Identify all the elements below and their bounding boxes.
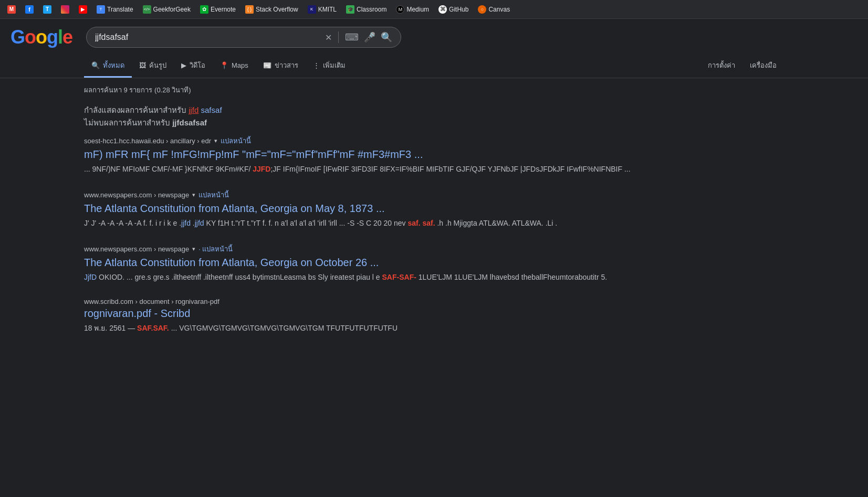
tab-maps-label: Maps — [232, 61, 248, 69]
tab-all[interactable]: 🔍 ทั้งหมด — [84, 55, 132, 78]
bookmark-instagram[interactable] — [58, 4, 72, 15]
bookmark-translate-label: Translate — [107, 6, 133, 13]
bookmark-youtube[interactable]: ▶ — [76, 4, 90, 15]
bookmark-facebook[interactable]: f — [22, 4, 37, 15]
medium-icon: M — [396, 5, 404, 14]
did-you-mean: กำลังแสดงผลการค้นหาสำหรับ jjfd safsaf ไม… — [84, 104, 784, 129]
snippet-highlight: JjfD — [84, 273, 97, 281]
bookmark-evernote[interactable]: ✿ Evernote — [197, 4, 239, 15]
snippet-highlight-red: SAF-SAF- — [382, 273, 416, 281]
tab-images-label: ค้นรูป — [149, 60, 166, 71]
result-snippet: JjfD OKIOD. ... gre.s gre.s .iltheetnff … — [84, 271, 784, 283]
translate-icon: T — [97, 5, 105, 14]
twitter-icon: T — [43, 5, 51, 14]
facebook-icon: f — [25, 5, 34, 14]
bookmark-classroom[interactable]: 🎓 Classroom — [343, 4, 390, 15]
no-results-query: jjfdsafsaf — [172, 118, 207, 127]
bookmarks-bar: M f T ▶ T Translate </> GeekforGeek ✿ Ev… — [0, 0, 868, 19]
search-bar[interactable]: jjfdsafsaf ✕ ⌨ 🎤 🔍 — [86, 27, 401, 48]
result-url-arrow[interactable]: ▾ — [192, 246, 195, 252]
bookmark-translate[interactable]: T Translate — [93, 4, 137, 15]
tab-settings[interactable]: การตั้งค่า — [700, 55, 742, 78]
translate-link[interactable]: แปลหน้านี้ — [198, 189, 229, 200]
tab-maps-icon: 📍 — [220, 61, 228, 69]
result-url-line: www.newspapers.com › newspage ▾ แปลหน้าน… — [84, 189, 784, 200]
snippet-highlight-red: saf. — [422, 219, 435, 227]
clear-icon[interactable]: ✕ — [325, 33, 332, 43]
result-snippet: 18 พ.ย. 2561 — SAF.SAF. ... VG\TGMVG\TGM… — [84, 322, 784, 334]
result-item: soest-hcc1.hcc.hawaii.edu › ancillary › … — [84, 135, 784, 175]
corrected-query-rest: safsaf — [198, 105, 222, 114]
stackoverflow-icon: { } — [245, 5, 254, 14]
result-url-arrow[interactable]: ▾ — [214, 138, 217, 144]
tab-all-icon: 🔍 — [91, 61, 100, 69]
evernote-icon: ✿ — [200, 5, 208, 14]
tab-tools-label: เครื่องมือ — [750, 60, 777, 71]
tab-tools[interactable]: เครื่องมือ — [742, 55, 784, 78]
gmail-icon: M — [7, 5, 16, 14]
canvas-icon: ○ — [478, 5, 486, 14]
tab-settings-label: การตั้งค่า — [708, 60, 735, 71]
result-snippet: ... 9NF/)NF MFIoMF CMF/-MF }KFNfKF 9KFm#… — [84, 163, 784, 175]
search-input[interactable]: jjfdsafsaf — [95, 33, 320, 42]
snippet-highlight-red: SAF.SAF. — [137, 324, 169, 332]
corrected-query-link[interactable]: jjfd safsaf — [189, 105, 222, 114]
keyboard-icon[interactable]: ⌨ — [345, 31, 359, 43]
tab-images-icon: 🖼 — [139, 61, 146, 69]
result-url-line: www.scribd.com › document › rognivaran-p… — [84, 298, 784, 305]
bookmark-geekforgeek[interactable]: </> GeekforGeek — [140, 4, 194, 15]
bookmark-stackoverflow[interactable]: { } Stack Overflow — [242, 4, 301, 15]
bookmark-medium[interactable]: M Medium — [393, 4, 432, 15]
tab-images[interactable]: 🖼 ค้นรูป — [132, 55, 174, 78]
tab-all-label: ทั้งหมด — [103, 60, 124, 71]
result-snippet: J' J' -A -A -A -A -A f. f. i r i k e .jj… — [84, 217, 784, 229]
result-url: www.newspapers.com › newspage — [84, 191, 189, 199]
search-bar-divider — [338, 31, 339, 43]
tab-more[interactable]: ⋮ เพิ่มเติม — [306, 55, 353, 78]
bookmark-classroom-label: Classroom — [357, 6, 386, 13]
result-url-line: www.newspapers.com › newspage ▾ · แปลหน้… — [84, 244, 784, 255]
result-item: www.scribd.com › document › rognivaran-p… — [84, 298, 784, 334]
translate-link[interactable]: · แปลหน้านี้ — [198, 244, 233, 255]
bookmark-medium-label: Medium — [406, 6, 429, 13]
bookmark-canvas[interactable]: ○ Canvas — [475, 4, 513, 15]
tab-video-label: วิดีโอ — [190, 60, 205, 71]
showing-results-for: กำลังแสดงผลการค้นหาสำหรับ jjfd safsaf — [84, 104, 784, 117]
snippet-highlight: jjfd — [181, 219, 191, 227]
result-item: www.newspapers.com › newspage ▾ · แปลหน้… — [84, 244, 784, 283]
tab-news[interactable]: 📰 ข่าวสาร — [256, 55, 306, 78]
tab-video[interactable]: ▶ วิดีโอ — [174, 55, 213, 78]
snippet-highlight-red: JJFD — [253, 165, 270, 173]
result-title[interactable]: The Atlanta Constitution from Atlanta, G… — [84, 256, 784, 269]
result-title[interactable]: The Atlanta Constitution from Atlanta, G… — [84, 202, 784, 215]
result-url-arrow[interactable]: ▾ — [192, 192, 195, 198]
did-you-mean-prefix: กำลังแสดงผลการค้นหาสำหรับ — [84, 105, 189, 114]
result-item: www.newspapers.com › newspage ▾ แปลหน้าน… — [84, 189, 784, 229]
bookmark-kmitl[interactable]: K KMITL — [305, 4, 340, 15]
kmitl-icon: K — [308, 5, 316, 14]
corrected-query-red: jjfd — [189, 105, 198, 114]
bookmark-stackoverflow-label: Stack Overflow — [256, 6, 298, 13]
mic-icon[interactable]: 🎤 — [364, 31, 375, 43]
tab-news-icon: 📰 — [263, 61, 271, 69]
no-results-text: ไม่พบผลการค้นหาสำหรับ — [84, 118, 172, 127]
bookmark-gmail[interactable]: M — [4, 4, 19, 15]
no-results-line: ไม่พบผลการค้นหาสำหรับ jjfdsafsaf — [84, 117, 784, 129]
tab-maps[interactable]: 📍 Maps — [213, 56, 256, 76]
bookmark-canvas-label: Canvas — [488, 6, 510, 13]
bookmark-evernote-label: Evernote — [211, 6, 236, 13]
bookmark-twitter[interactable]: T — [40, 4, 55, 15]
translate-link[interactable]: แปลหน้านี้ — [221, 135, 251, 146]
result-title[interactable]: rognivaran.pdf - Scribd — [84, 306, 784, 320]
result-url-line: soest-hcc1.hcc.hawaii.edu › ancillary › … — [84, 135, 784, 146]
google-logo: Google — [11, 26, 72, 48]
instagram-icon — [61, 5, 69, 14]
youtube-icon: ▶ — [79, 5, 87, 14]
bookmark-github[interactable]: ⌘ GitHub — [435, 4, 472, 15]
main-content: ผลการค้นหา 9 รายการ (0.28 วินาที) กำลังแ… — [0, 78, 868, 355]
result-url: soest-hcc1.hcc.hawaii.edu › ancillary › … — [84, 137, 211, 145]
snippet-highlight-red: saf. — [407, 219, 420, 227]
result-url: www.scribd.com › document › rognivaran-p… — [84, 298, 219, 305]
result-title[interactable]: mF) mFR mF{ mF !mFG!mFp!mF "mF="mF="mFf"… — [84, 147, 784, 161]
search-icon[interactable]: 🔍 — [381, 31, 392, 43]
